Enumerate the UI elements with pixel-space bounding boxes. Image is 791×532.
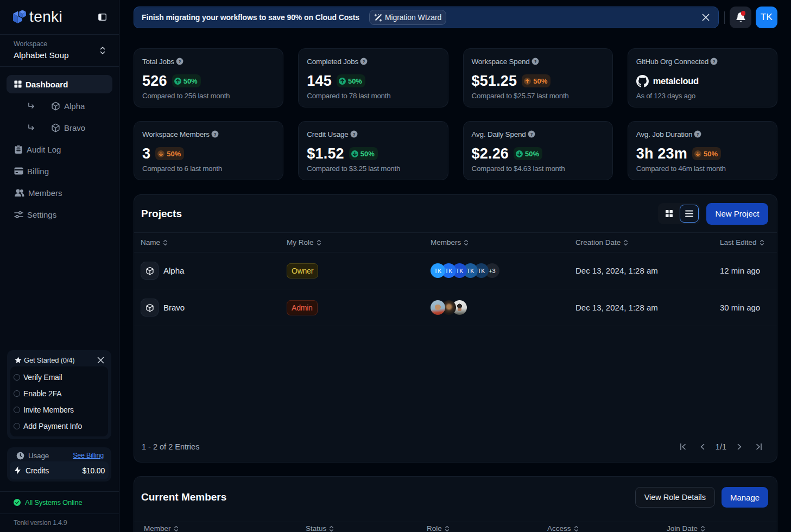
svg-text:?: ?	[713, 59, 716, 64]
svg-text:?: ?	[530, 132, 533, 137]
svg-text:?: ?	[352, 132, 355, 137]
svg-text:?: ?	[214, 132, 217, 137]
svg-text:?: ?	[534, 59, 536, 64]
svg-text:?: ?	[363, 59, 365, 64]
svg-text:?: ?	[178, 59, 181, 64]
svg-text:?: ?	[697, 132, 699, 137]
